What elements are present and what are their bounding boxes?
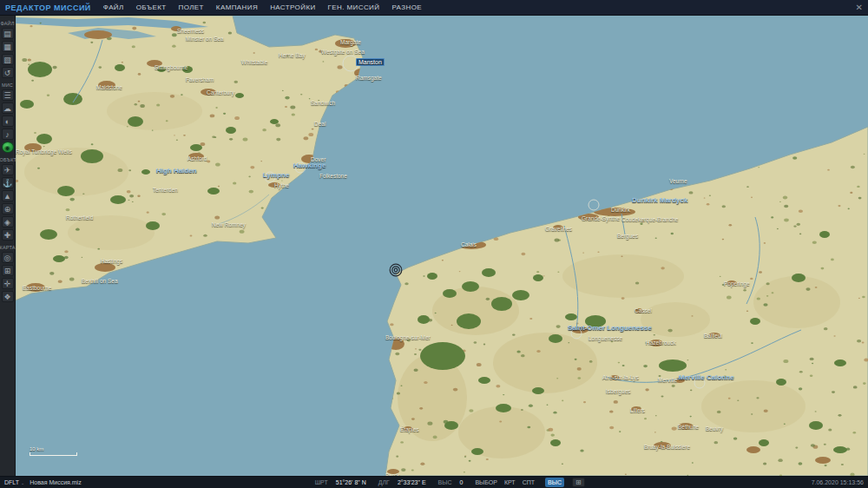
undo-icon[interactable]: ↺	[2, 67, 14, 78]
preset-value: DFLT	[4, 479, 19, 485]
preset-dropdown[interactable]: DFLT ⌄	[4, 479, 24, 485]
town-label: Beuvry	[706, 425, 723, 432]
town-label: Boulogne-sur-Mer	[385, 334, 431, 340]
town-label: Tenterden	[153, 187, 178, 193]
map-layers-toggle[interactable]: ⊞	[572, 478, 585, 487]
menu-item[interactable]: ФАЙЛ	[103, 3, 124, 11]
status-button[interactable]: СПТ	[523, 479, 535, 485]
toolbar-group-label: МИС	[0, 82, 16, 89]
map-canvas[interactable]: SheernessMinster on SeaWhitstableHerne B…	[16, 16, 868, 476]
alt-label: ВЫС	[438, 479, 452, 485]
town-label: Étaples	[400, 426, 419, 432]
town-label: Eastbourne	[23, 285, 51, 291]
mission-filename: Новая Миссия.miz	[30, 479, 82, 485]
aircraft-icon[interactable]: ✈	[2, 164, 14, 175]
chevron-down-icon: ⌄	[21, 480, 24, 485]
town-label: Whitstable	[241, 59, 267, 65]
menu-item[interactable]: КАМПАНИЯ	[216, 3, 258, 11]
airfield-label[interactable]: Manston	[356, 58, 385, 66]
status-buttons: ВЫБОРКРТСПТ	[468, 479, 535, 485]
new-mission-icon[interactable]: ▤	[2, 28, 14, 39]
town-label: Calais	[461, 241, 477, 247]
town-label: Cassel	[635, 307, 652, 313]
menu-item[interactable]: РАЗНОЕ	[391, 3, 422, 11]
town-label: Coudekerque-Branche	[621, 216, 678, 222]
town-label: Hythe	[274, 182, 289, 188]
town-label: Longuenesse	[589, 335, 622, 341]
map-svg	[16, 16, 868, 476]
menu-item[interactable]: НАСТРОЙКИ	[270, 3, 315, 11]
scale-bar	[30, 452, 77, 456]
town-label: Canterbury	[207, 89, 234, 96]
airfield-label[interactable]: Lympne	[263, 172, 289, 178]
town-label: Hazebrouck	[646, 340, 676, 346]
status-button[interactable]: КРТ	[504, 479, 516, 485]
save-mission-icon[interactable]: ▧	[2, 54, 14, 65]
top-menu-bar: РЕДАКТОР МИССИЙ ФАЙЛОБЪЕКТПОЛЕТКАМПАНИЯН…	[0, 0, 868, 16]
time-icon[interactable]: ◐	[2, 115, 14, 127]
airfield-label[interactable]: Dunkirk Mardyck	[632, 197, 687, 203]
town-label: Faversham	[186, 76, 214, 82]
sound-icon[interactable]: ♪	[2, 129, 14, 140]
town-label: Minster on Sea	[186, 36, 224, 42]
town-label: Ashford	[187, 155, 207, 162]
town-label: Royal Tunbridge Wells	[16, 148, 72, 155]
template-icon[interactable]: ◈	[2, 216, 14, 228]
status-bar: DFLT ⌄ Новая Миссия.miz ШРТ 51°26' 8" N …	[0, 476, 868, 488]
town-label: Béthune	[678, 424, 699, 430]
open-mission-icon[interactable]: ▦	[2, 41, 14, 52]
town-label: Lillers	[630, 407, 645, 413]
left-toolbar: ФАЙЛ▤▦▧↺МИС☰☁◐♪◉ОБЪКТ✈⚓▲⊕◈✚КАРТА◎⊞✛❖	[0, 16, 16, 476]
town-label: New Romney	[212, 221, 246, 228]
airfield-label[interactable]: Hawkinge	[293, 162, 326, 168]
alt-value: 0	[460, 479, 464, 485]
vehicle-icon[interactable]: ▲	[2, 190, 14, 201]
airfield-label[interactable]: Saint-Omer Longuenesse	[568, 325, 652, 331]
toolbar-group-label: ФАЙЛ	[0, 20, 16, 27]
grid-icon[interactable]: ⊞	[2, 265, 14, 276]
town-label: Sandwich	[311, 100, 335, 106]
town-label: Veurne	[669, 178, 687, 184]
town-label: Westgate on Sea	[321, 49, 365, 55]
map-scale: 10 km	[30, 446, 77, 456]
toolbar-group-label: ОБЪКТ	[0, 156, 16, 163]
zoom-icon[interactable]: ◎	[2, 252, 14, 263]
lon-label: ДЛГ	[378, 479, 390, 485]
layers-icon[interactable]: ❖	[2, 291, 14, 302]
town-label: Bergues	[617, 233, 638, 239]
town-label: Rotherfield	[66, 214, 93, 221]
measure-icon[interactable]: ✛	[2, 278, 14, 289]
airfield-label[interactable]: Merville Calonne	[679, 374, 734, 380]
ship-icon[interactable]: ⚓	[2, 177, 14, 188]
menu-item[interactable]: ОБЪЕКТ	[136, 3, 167, 11]
town-label: Isbergues	[606, 388, 631, 394]
add-unit-icon[interactable]: ✚	[2, 229, 14, 241]
town-label: Bexhill on Sea	[82, 278, 118, 284]
town-label: Maidstone	[96, 84, 122, 90]
town-label: Margate	[340, 39, 361, 45]
airfield-label[interactable]: High Halden	[156, 168, 197, 174]
toolbar-group-label: КАРТА	[0, 244, 16, 251]
menu-item[interactable]: ПОЛЕТ	[179, 3, 204, 11]
town-label: Merville	[658, 377, 677, 383]
town-label: Sittingbourne	[155, 64, 187, 70]
town-label: Grande-Synthe	[582, 215, 620, 221]
weather-icon[interactable]: ☁	[2, 102, 14, 114]
town-label: Deal	[314, 121, 326, 127]
mission-datetime: 7.06.2020 15:13:56	[812, 479, 864, 485]
menu-item[interactable]: ГЕН. МИССИЙ	[328, 3, 380, 11]
menu-items: ФАЙЛОБЪЕКТПОЛЕТКАМПАНИЯНАСТРОЙКИГЕН. МИС…	[103, 3, 422, 11]
status-button[interactable]: ВЫБОР	[475, 479, 497, 485]
briefing-icon[interactable]: ☰	[2, 89, 14, 101]
town-label: Dunkirk	[611, 207, 630, 213]
close-icon[interactable]: ✕	[856, 3, 863, 12]
town-label: Gravelines	[545, 226, 572, 232]
town-label: Hastings	[101, 258, 122, 264]
app-title: РЕДАКТОР МИССИЙ	[0, 3, 103, 12]
static-object-icon[interactable]: ⊕	[2, 203, 14, 214]
lat-value: 51°26' 8" N	[336, 479, 366, 485]
world-map-icon[interactable]: ◉	[2, 142, 14, 153]
town-label: Folkestone	[319, 173, 347, 179]
elevation-toggle[interactable]: ВЫС	[545, 478, 564, 487]
town-label: Poperinge	[724, 280, 750, 287]
